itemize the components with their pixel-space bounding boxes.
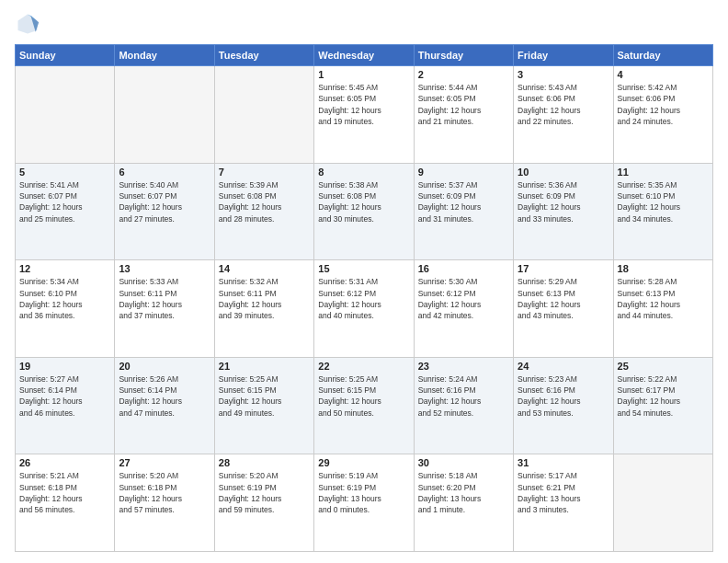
calendar-cell: 30Sunrise: 5:18 AM Sunset: 6:20 PM Dayli… xyxy=(414,454,513,552)
day-info: Sunrise: 5:39 AM Sunset: 6:08 PM Dayligh… xyxy=(219,179,310,224)
header xyxy=(15,11,713,37)
calendar-cell: 28Sunrise: 5:20 AM Sunset: 6:19 PM Dayli… xyxy=(214,454,313,552)
calendar-cell: 12Sunrise: 5:34 AM Sunset: 6:10 PM Dayli… xyxy=(16,260,115,358)
calendar-cell: 26Sunrise: 5:21 AM Sunset: 6:18 PM Dayli… xyxy=(16,454,115,552)
page: SundayMondayTuesdayWednesdayThursdayFrid… xyxy=(0,0,728,563)
calendar-cell: 19Sunrise: 5:27 AM Sunset: 6:14 PM Dayli… xyxy=(16,357,115,454)
day-number: 21 xyxy=(219,361,310,372)
day-info: Sunrise: 5:45 AM Sunset: 6:05 PM Dayligh… xyxy=(318,82,409,127)
calendar-cell: 18Sunrise: 5:28 AM Sunset: 6:13 PM Dayli… xyxy=(613,260,712,358)
day-info: Sunrise: 5:20 AM Sunset: 6:18 PM Dayligh… xyxy=(119,470,210,515)
calendar-cell: 16Sunrise: 5:30 AM Sunset: 6:12 PM Dayli… xyxy=(414,260,513,358)
day-number: 26 xyxy=(19,457,110,468)
calendar-cell: 17Sunrise: 5:29 AM Sunset: 6:13 PM Dayli… xyxy=(514,260,613,358)
weekday-header-sunday: Sunday xyxy=(16,45,115,66)
day-number: 23 xyxy=(418,361,509,372)
day-info: Sunrise: 5:21 AM Sunset: 6:18 PM Dayligh… xyxy=(19,470,110,515)
calendar-cell: 20Sunrise: 5:26 AM Sunset: 6:14 PM Dayli… xyxy=(115,357,214,454)
calendar-cell: 27Sunrise: 5:20 AM Sunset: 6:18 PM Dayli… xyxy=(115,454,214,552)
day-number: 17 xyxy=(518,263,609,274)
calendar-cell: 6Sunrise: 5:40 AM Sunset: 6:07 PM Daylig… xyxy=(115,163,214,260)
weekday-header-saturday: Saturday xyxy=(613,45,712,66)
calendar-cell: 10Sunrise: 5:36 AM Sunset: 6:09 PM Dayli… xyxy=(514,163,613,260)
day-number: 16 xyxy=(418,263,509,274)
day-info: Sunrise: 5:44 AM Sunset: 6:05 PM Dayligh… xyxy=(418,82,509,127)
weekday-header-thursday: Thursday xyxy=(414,45,513,66)
day-info: Sunrise: 5:25 AM Sunset: 6:15 PM Dayligh… xyxy=(318,373,409,419)
day-number: 31 xyxy=(518,457,609,468)
weekday-header-friday: Friday xyxy=(514,45,613,66)
day-number: 10 xyxy=(518,167,609,178)
day-info: Sunrise: 5:19 AM Sunset: 6:19 PM Dayligh… xyxy=(318,470,409,515)
calendar-cell: 22Sunrise: 5:25 AM Sunset: 6:15 PM Dayli… xyxy=(314,357,414,454)
calendar-cell xyxy=(613,454,712,552)
calendar-cell xyxy=(115,66,214,164)
calendar-cell: 29Sunrise: 5:19 AM Sunset: 6:19 PM Dayli… xyxy=(314,454,414,552)
day-number: 11 xyxy=(618,167,709,178)
logo xyxy=(15,11,44,37)
calendar-cell: 4Sunrise: 5:42 AM Sunset: 6:06 PM Daylig… xyxy=(613,66,712,164)
calendar-cell: 23Sunrise: 5:24 AM Sunset: 6:16 PM Dayli… xyxy=(414,357,513,454)
day-info: Sunrise: 5:36 AM Sunset: 6:09 PM Dayligh… xyxy=(518,179,609,224)
day-info: Sunrise: 5:29 AM Sunset: 6:13 PM Dayligh… xyxy=(518,276,609,321)
weekday-header-row: SundayMondayTuesdayWednesdayThursdayFrid… xyxy=(16,45,713,66)
calendar-cell: 21Sunrise: 5:25 AM Sunset: 6:15 PM Dayli… xyxy=(214,357,313,454)
calendar-week-row: 12Sunrise: 5:34 AM Sunset: 6:10 PM Dayli… xyxy=(16,260,713,358)
day-info: Sunrise: 5:26 AM Sunset: 6:14 PM Dayligh… xyxy=(119,373,210,419)
day-info: Sunrise: 5:42 AM Sunset: 6:06 PM Dayligh… xyxy=(618,82,709,127)
logo-icon xyxy=(15,11,40,37)
day-info: Sunrise: 5:35 AM Sunset: 6:10 PM Dayligh… xyxy=(618,179,709,224)
calendar-cell: 13Sunrise: 5:33 AM Sunset: 6:11 PM Dayli… xyxy=(115,260,214,358)
calendar-cell: 8Sunrise: 5:38 AM Sunset: 6:08 PM Daylig… xyxy=(314,163,414,260)
day-info: Sunrise: 5:38 AM Sunset: 6:08 PM Dayligh… xyxy=(318,179,409,224)
day-number: 28 xyxy=(219,457,310,468)
day-number: 9 xyxy=(418,167,509,178)
day-number: 5 xyxy=(19,167,110,178)
day-info: Sunrise: 5:31 AM Sunset: 6:12 PM Dayligh… xyxy=(318,276,409,321)
day-number: 22 xyxy=(318,361,409,372)
day-info: Sunrise: 5:20 AM Sunset: 6:19 PM Dayligh… xyxy=(219,470,310,515)
day-number: 27 xyxy=(119,457,210,468)
day-info: Sunrise: 5:37 AM Sunset: 6:09 PM Dayligh… xyxy=(418,179,509,224)
day-number: 8 xyxy=(318,167,409,178)
calendar-cell: 7Sunrise: 5:39 AM Sunset: 6:08 PM Daylig… xyxy=(214,163,313,260)
day-info: Sunrise: 5:28 AM Sunset: 6:13 PM Dayligh… xyxy=(618,276,709,321)
day-info: Sunrise: 5:18 AM Sunset: 6:20 PM Dayligh… xyxy=(418,470,509,515)
calendar-cell: 15Sunrise: 5:31 AM Sunset: 6:12 PM Dayli… xyxy=(314,260,414,358)
day-number: 18 xyxy=(618,263,709,274)
day-number: 12 xyxy=(19,263,110,274)
day-number: 4 xyxy=(618,69,709,80)
calendar-cell xyxy=(16,66,115,164)
day-info: Sunrise: 5:34 AM Sunset: 6:10 PM Dayligh… xyxy=(19,276,110,321)
day-info: Sunrise: 5:23 AM Sunset: 6:16 PM Dayligh… xyxy=(518,373,609,419)
day-info: Sunrise: 5:25 AM Sunset: 6:15 PM Dayligh… xyxy=(219,373,310,419)
day-number: 15 xyxy=(318,263,409,274)
calendar-week-row: 5Sunrise: 5:41 AM Sunset: 6:07 PM Daylig… xyxy=(16,163,713,260)
weekday-header-monday: Monday xyxy=(115,45,214,66)
day-number: 19 xyxy=(19,361,110,372)
day-info: Sunrise: 5:33 AM Sunset: 6:11 PM Dayligh… xyxy=(119,276,210,321)
day-number: 13 xyxy=(119,263,210,274)
calendar-week-row: 1Sunrise: 5:45 AM Sunset: 6:05 PM Daylig… xyxy=(16,66,713,164)
calendar-cell: 31Sunrise: 5:17 AM Sunset: 6:21 PM Dayli… xyxy=(514,454,613,552)
day-info: Sunrise: 5:22 AM Sunset: 6:17 PM Dayligh… xyxy=(618,373,709,419)
calendar-cell: 2Sunrise: 5:44 AM Sunset: 6:05 PM Daylig… xyxy=(414,66,513,164)
day-info: Sunrise: 5:43 AM Sunset: 6:06 PM Dayligh… xyxy=(518,82,609,127)
weekday-header-wednesday: Wednesday xyxy=(314,45,414,66)
day-info: Sunrise: 5:17 AM Sunset: 6:21 PM Dayligh… xyxy=(518,470,609,515)
day-info: Sunrise: 5:30 AM Sunset: 6:12 PM Dayligh… xyxy=(418,276,509,321)
day-number: 7 xyxy=(219,167,310,178)
day-number: 2 xyxy=(418,69,509,80)
day-number: 14 xyxy=(219,263,310,274)
calendar-cell: 11Sunrise: 5:35 AM Sunset: 6:10 PM Dayli… xyxy=(613,163,712,260)
day-number: 30 xyxy=(418,457,509,468)
calendar-cell: 9Sunrise: 5:37 AM Sunset: 6:09 PM Daylig… xyxy=(414,163,513,260)
calendar-week-row: 19Sunrise: 5:27 AM Sunset: 6:14 PM Dayli… xyxy=(16,357,713,454)
day-info: Sunrise: 5:41 AM Sunset: 6:07 PM Dayligh… xyxy=(19,179,110,224)
day-number: 24 xyxy=(518,361,609,372)
day-number: 6 xyxy=(119,167,210,178)
calendar-cell: 25Sunrise: 5:22 AM Sunset: 6:17 PM Dayli… xyxy=(613,357,712,454)
calendar-cell: 5Sunrise: 5:41 AM Sunset: 6:07 PM Daylig… xyxy=(16,163,115,260)
calendar-cell: 1Sunrise: 5:45 AM Sunset: 6:05 PM Daylig… xyxy=(314,66,414,164)
weekday-header-tuesday: Tuesday xyxy=(214,45,313,66)
